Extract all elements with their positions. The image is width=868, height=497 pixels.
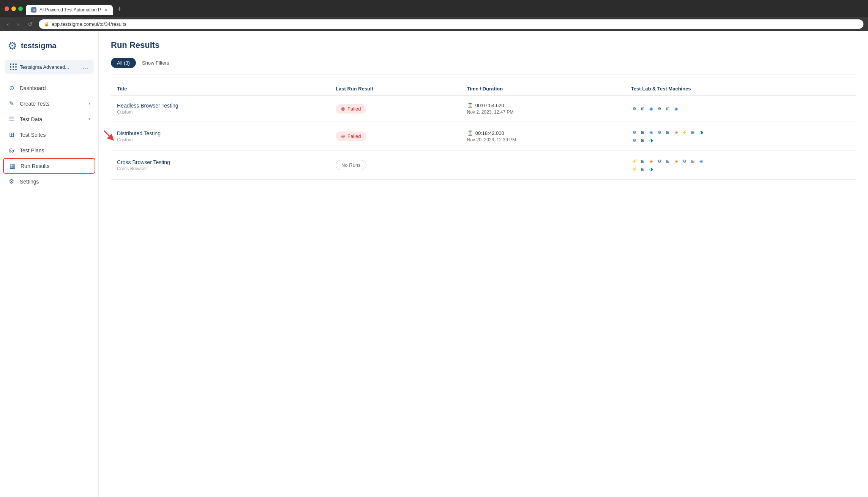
results-table: Title Last Run Result Time / Duration Te… [111,82,856,180]
sidebar-item-settings[interactable]: ⚙ Settings [0,174,98,189]
time-date: Nov 2, 2023, 12:47 PM [467,109,631,115]
sidebar-item-run-results[interactable]: ▦ Run Results [3,158,95,174]
active-tab[interactable]: ⚙ AI Powered Test Automation P ✕ [26,5,113,15]
col-time: Time / Duration [467,86,631,92]
machine-icons-cell: ⚙ ⊞ ◉ ⚙ ⊞ ◈ ⚡ ⊞ ◑ ⚙ ⊞ ◑ [631,129,850,144]
sidebar-item-dashboard[interactable]: ⊙ Dashboard [0,80,98,96]
forward-button[interactable]: › [15,20,21,28]
lightning-icon: ⚡ [681,129,688,136]
table-row[interactable]: Headless Browser Testing Custom ⊗ Failed… [111,96,856,122]
machine-icons-cell: ⚙ ⊞ ◉ ⚙ ⊞ ◉ [631,105,850,112]
hourglass-icon: ⌛ [467,103,473,108]
status-failed-icon: ⊗ [341,106,345,112]
row-title: Cross Browser Testing [117,159,336,165]
chrome-icon: ◉ [648,129,655,136]
windows-icon: ⊞ [639,137,646,144]
sidebar-item-label: Test Plans [20,147,44,154]
time-date: Nov 20, 2023, 12:39 PM [467,137,631,142]
address-bar[interactable]: 🔒 app.testsigma.com/ui/td/34/results [39,19,863,29]
url-text: app.testsigma.com/ui/td/34/results [52,21,126,27]
sidebar-item-label: Run Results [21,163,49,169]
reload-button[interactable]: ↺ [25,20,35,28]
machine-icons-cell: ⚡ ⊞ ◈ ⚙ ⊞ ◈ ⚙ ⊞ ◉ ⚡ ⊞ ◑ [631,158,850,173]
gear-icon: ⚙ [631,137,638,144]
row-status-cell: No Runs [336,160,467,170]
firefox-icon: ◈ [673,158,680,165]
svg-line-1 [104,131,112,138]
row-status-cell: ⊗ Failed [336,104,467,114]
status-badge: No Runs [336,160,366,170]
workspace-selector[interactable]: Testsigma Advanced... … [5,60,94,74]
row-subtitle: Custom [117,109,336,115]
app-container: ⚙ testsigma Testsigma Advanced... … ⊙ Da… [0,31,868,497]
filter-bar: All (3) Show Filters [111,58,856,74]
windows-icon: ⊞ [690,129,696,136]
show-filters-button[interactable]: Show Filters [142,60,169,66]
tab-close-button[interactable]: ✕ [104,8,107,13]
sidebar-item-label: Settings [20,179,39,185]
sidebar-item-label: Create Tests [20,101,49,107]
windows-icon: ⊞ [639,129,646,136]
red-arrow-annotation [103,130,115,143]
test-plans-icon: ◎ [8,147,15,154]
browser-tabs: ⚙ AI Powered Test Automation P ✕ + [26,4,124,15]
browser-nav: ‹ › ↺ 🔒 app.testsigma.com/ui/td/34/resul… [0,17,868,31]
table-row[interactable]: Cross Browser Testing Cross Browser No R… [111,151,856,180]
chrome-icon: ◉ [673,105,680,112]
status-failed-icon: ⊗ [341,133,345,139]
minimize-window-button[interactable] [11,6,16,11]
lightning-icon: ⚡ [631,158,638,165]
test-data-icon: ☰ [8,116,15,123]
row-title-cell: Cross Browser Testing Cross Browser [117,159,336,171]
duration-text: 00:07:54.620 [475,103,504,108]
row-subtitle: Custom [117,137,336,142]
row-subtitle: Cross Browser [117,166,336,171]
maximize-window-button[interactable] [18,6,23,11]
row-title: Headless Browser Testing [117,103,336,109]
logo-gear-icon: ⚙ [8,40,17,52]
workspace-grid-icon [10,63,17,70]
status-text: No Runs [341,162,361,168]
sidebar-item-test-plans[interactable]: ◎ Test Plans [0,142,98,158]
hourglass-icon: ⌛ [467,130,473,136]
chrome-icon: ◉ [648,105,655,112]
status-text: Failed [347,133,361,139]
col-title: Title [117,86,336,92]
gear-icon: ⚙ [656,105,663,112]
windows-icon: ⊞ [664,158,671,165]
new-tab-button[interactable]: + [114,4,125,15]
sidebar-item-test-data[interactable]: ☰ Test Data ▾ [0,111,98,127]
status-badge: ⊗ Failed [336,104,366,114]
browser-chrome: ⚙ AI Powered Test Automation P ✕ + [0,0,868,17]
windows-icon: ⊞ [639,158,646,165]
chrome-icon: ◉ [698,158,705,165]
gear-icon: ⚙ [656,158,663,165]
dashboard-icon: ⊙ [8,84,15,92]
table-row[interactable]: Distributed Testing Custom ⊗ Failed ⌛ 00… [111,122,856,151]
page-title: Run Results [111,40,856,50]
windows-icon: ⊞ [664,105,671,112]
sidebar-item-label: Test Data [20,116,42,122]
row-time-cell: ⌛ 00:18:42.000 Nov 20, 2023, 12:39 PM [467,130,631,142]
row-title-cell: Distributed Testing Custom [117,130,336,142]
table-header: Title Last Run Result Time / Duration Te… [111,82,856,96]
status-text: Failed [347,106,361,112]
row-title: Distributed Testing [117,130,336,136]
sidebar-item-create-tests[interactable]: ✎ Create Tests ▾ [0,96,98,111]
edge-icon: ◑ [648,137,655,144]
workspace-name: Testsigma Advanced... [20,64,79,70]
traffic-lights [5,6,23,11]
back-button[interactable]: ‹ [5,20,11,28]
time-duration: ⌛ 00:18:42.000 [467,130,631,136]
sidebar-item-test-suites[interactable]: ⊞ Test Suites [0,127,98,142]
gear-icon: ⚙ [631,105,638,112]
row-status-cell: ⊗ Failed [336,131,467,141]
create-tests-icon: ✎ [8,100,15,107]
gear-icon: ⚙ [656,129,663,136]
sidebar-item-label: Test Suites [20,132,46,138]
col-machines: Test Lab & Test Machines [631,86,850,92]
tab-title: AI Powered Test Automation P [39,7,101,13]
all-filter-button[interactable]: All (3) [111,58,136,68]
settings-icon: ⚙ [8,178,15,185]
close-window-button[interactable] [5,6,9,11]
